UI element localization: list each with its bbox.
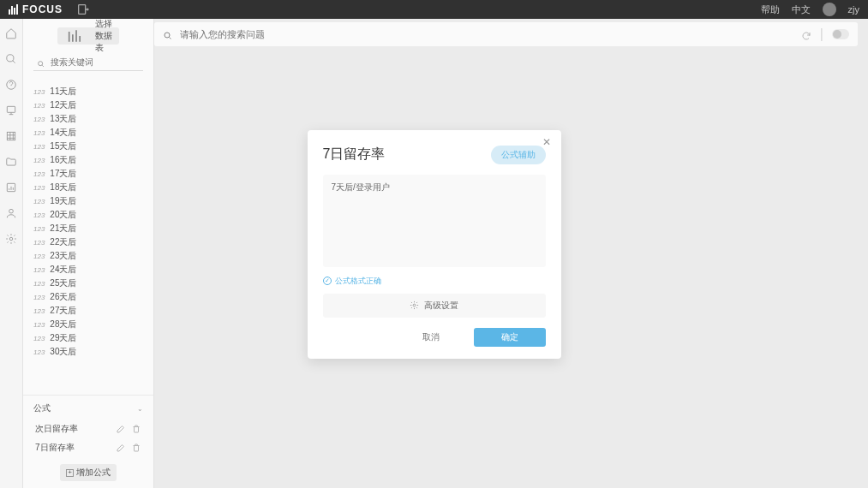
formula-textarea[interactable] — [323, 175, 546, 267]
check-icon: ✓ — [323, 277, 332, 285]
formula-modal: ✕ 7日留存率 公式辅助 ✓ 公式格式正确 高级设置 取消 确定 — [308, 130, 561, 359]
cancel-button[interactable]: 取消 — [395, 328, 467, 347]
gear-icon — [410, 301, 419, 310]
formula-helper-button[interactable]: 公式辅助 — [491, 146, 546, 164]
svg-point-10 — [413, 304, 416, 306]
validation-text: 公式格式正确 — [335, 276, 381, 287]
confirm-button[interactable]: 确定 — [474, 328, 546, 347]
close-icon[interactable]: ✕ — [542, 137, 553, 147]
validation-message: ✓ 公式格式正确 — [323, 276, 546, 287]
advanced-label: 高级设置 — [424, 300, 458, 312]
advanced-settings-button[interactable]: 高级设置 — [323, 294, 546, 318]
modal-title: 7日留存率 — [323, 146, 386, 164]
modal-overlay: ✕ 7日留存率 公式辅助 ✓ 公式格式正确 高级设置 取消 确定 — [0, 0, 868, 488]
